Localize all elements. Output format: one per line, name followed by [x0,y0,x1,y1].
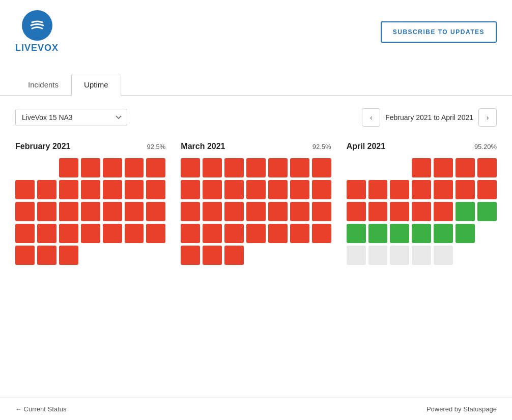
day-cell [181,202,200,221]
day-cell [268,180,288,199]
day-cell [103,246,122,265]
day-cell [246,246,266,265]
tab-incidents[interactable]: Incidents [15,75,71,96]
calendars-area: February 2021 92.5% March 2021 92.5% Apr… [0,132,512,398]
day-cell [312,246,331,265]
month-header-february: February 2021 92.5% [15,142,165,151]
day-cell [477,158,497,177]
day-cell [181,180,200,199]
day-cell [390,180,409,199]
day-cell [246,202,266,221]
day-cell [477,224,497,243]
day-cell [59,224,78,243]
month-title-february: February 2021 [15,142,71,151]
day-cell [37,180,56,199]
day-cell [434,202,453,221]
day-cell [181,224,200,243]
day-cell [368,202,388,221]
day-cell [412,224,431,243]
day-cell [125,246,144,265]
header: LIVEVOX SUBSCRIBE TO UPDATES [0,0,512,58]
calendar-march: March 2021 92.5% [181,142,331,382]
day-cell [15,158,35,177]
day-cell [390,158,409,177]
day-cell [81,246,100,265]
day-cell [81,158,100,177]
day-cell [312,158,331,177]
day-cell [15,202,35,221]
day-cell [103,180,122,199]
powered-by: Powered by Statuspage [426,405,497,413]
controls-area: LiveVox 15 NA3 LiveVox 15 NA1 LiveVox 15… [0,96,512,132]
day-cell [347,246,366,265]
day-cell [146,202,165,221]
day-cell [37,246,56,265]
next-button[interactable]: › [478,108,497,127]
day-cell [412,180,431,199]
day-cell [146,180,165,199]
day-cell [81,202,100,221]
day-cell [203,246,222,265]
month-pct-february: 92.5% [147,143,165,151]
day-cell [246,224,266,243]
day-cell [181,158,200,177]
day-cell [390,246,409,265]
day-cell [290,224,309,243]
tabs-bar: Incidents Uptime [0,58,512,96]
service-dropdown[interactable]: LiveVox 15 NA3 LiveVox 15 NA1 LiveVox 15… [15,109,127,126]
day-cell [37,158,56,177]
day-cell [103,224,122,243]
date-range: February 2021 to April 2021 [385,113,473,122]
day-cell [290,180,309,199]
day-cell [456,224,475,243]
calendar-grid-february [15,158,165,265]
day-cell [203,180,222,199]
day-cell [59,246,78,265]
day-cell [81,224,100,243]
day-cell [368,246,388,265]
subscribe-button[interactable]: SUBSCRIBE TO UPDATES [381,21,497,43]
day-cell [59,202,78,221]
day-cell [312,180,331,199]
day-cell [434,224,453,243]
month-pct-april: 95.20% [474,143,497,151]
day-cell [456,180,475,199]
day-cell [103,202,122,221]
day-cell [312,202,331,221]
day-cell [390,202,409,221]
day-cell [224,158,244,177]
day-cell [456,202,475,221]
day-cell [412,202,431,221]
day-cell [224,202,244,221]
day-cell [146,246,165,265]
day-cell [434,158,453,177]
day-cell [224,246,244,265]
prev-button[interactable]: ‹ [362,108,380,127]
day-cell [146,224,165,243]
logo-icon [22,10,52,41]
month-title-march: March 2021 [181,142,225,151]
logo-text: LIVEVOX [15,43,59,53]
day-cell [268,202,288,221]
day-cell [347,224,366,243]
day-cell [434,246,453,265]
day-cell [103,158,122,177]
day-cell [412,158,431,177]
day-cell [37,202,56,221]
day-cell [37,224,56,243]
day-cell [268,224,288,243]
day-cell [125,224,144,243]
day-cell [125,158,144,177]
date-navigation: ‹ February 2021 to April 2021 › [362,108,497,127]
day-cell [15,224,35,243]
day-cell [477,202,497,221]
tab-uptime[interactable]: Uptime [71,75,121,96]
month-header-april: April 2021 95.20% [347,142,497,151]
month-title-april: April 2021 [347,142,385,151]
calendar-grid-march [181,158,331,265]
day-cell [125,180,144,199]
day-cell [224,224,244,243]
calendar-april: April 2021 95.20% [347,142,497,382]
back-link[interactable]: ← Current Status [15,405,66,413]
day-cell [456,158,475,177]
